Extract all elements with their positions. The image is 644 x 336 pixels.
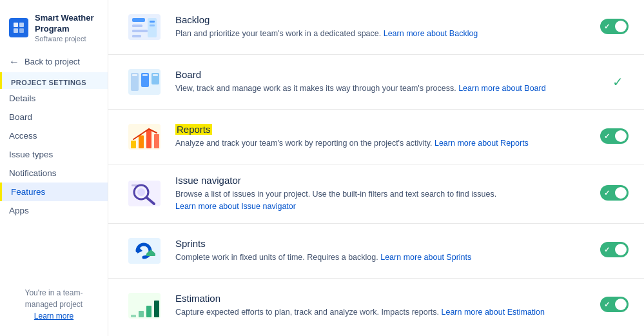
project-settings-section-label: Project settings xyxy=(0,72,108,89)
project-logo-icon xyxy=(9,18,28,37)
sidebar-footer: You're in a team-managed project Learn m… xyxy=(0,281,108,328)
board-checkmark: ✓ xyxy=(612,74,629,90)
svg-rect-35 xyxy=(139,311,144,317)
sidebar-item-notifications[interactable]: Notifications xyxy=(0,164,108,183)
svg-rect-28 xyxy=(132,184,141,186)
back-to-project-link[interactable]: ← Back to project xyxy=(0,52,108,72)
issue-navigator-learn-more-link[interactable]: Learn more about Issue navigator xyxy=(175,202,296,211)
reports-info: Reports Analyze and track your team's wo… xyxy=(175,124,590,150)
estimation-desc: Capture expected efforts to plan, track … xyxy=(175,306,590,319)
board-learn-more-link[interactable]: Learn more about Board xyxy=(458,84,546,93)
svg-rect-37 xyxy=(154,301,159,317)
sidebar-header: Smart Weather Program Software project xyxy=(0,8,108,52)
svg-rect-21 xyxy=(139,135,144,148)
back-arrow-icon: ← xyxy=(9,56,19,68)
toggle-knob xyxy=(615,130,627,142)
svg-rect-2 xyxy=(14,28,18,33)
backlog-info: Backlog Plan and prioritize your team's … xyxy=(175,14,590,40)
issue-navigator-icon xyxy=(124,177,165,210)
backlog-desc: Plan and prioritize your team's work in … xyxy=(175,28,590,40)
svg-rect-18 xyxy=(153,74,158,76)
issue-navigator-title: Issue navigator xyxy=(175,175,590,186)
svg-rect-1 xyxy=(19,23,24,27)
svg-rect-23 xyxy=(154,134,159,148)
svg-rect-32 xyxy=(146,253,155,256)
svg-rect-16 xyxy=(132,74,137,76)
board-desc: View, track and manage work as it makes … xyxy=(175,83,602,95)
issue-navigator-info: Issue navigator Browse a list of issues … xyxy=(175,175,590,213)
sprints-toggle[interactable]: ✓ xyxy=(600,242,629,259)
feature-item-reports: Reports Analyze and track your team's wo… xyxy=(108,110,644,164)
sidebar-item-access[interactable]: Access xyxy=(0,126,108,145)
svg-rect-3 xyxy=(19,28,24,33)
feature-item-issue-navigator: Issue navigator Browse a list of issues … xyxy=(108,164,644,224)
svg-rect-34 xyxy=(131,315,136,317)
backlog-title: Backlog xyxy=(175,14,590,25)
svg-rect-6 xyxy=(132,25,142,27)
sprints-desc: Complete work in fixed units of time. Re… xyxy=(175,252,590,264)
svg-point-27 xyxy=(137,188,145,196)
toggle-check-icon: ✓ xyxy=(604,246,610,254)
board-title: Board xyxy=(175,69,602,80)
sidebar-header-text: Smart Weather Program Software project xyxy=(35,13,99,43)
svg-rect-7 xyxy=(132,30,148,32)
sprints-icon xyxy=(124,234,165,268)
toggle-check-icon: ✓ xyxy=(604,301,610,309)
sprints-learn-more-link[interactable]: Learn more about Sprints xyxy=(380,253,471,262)
sidebar-item-apps[interactable]: Apps xyxy=(0,201,108,220)
sidebar-item-board[interactable]: Board xyxy=(0,108,108,126)
toggle-knob xyxy=(615,299,627,310)
svg-rect-11 xyxy=(150,25,155,26)
main-content: Backlog Plan and prioritize your team's … xyxy=(108,0,644,336)
toggle-knob xyxy=(615,244,627,255)
reports-title-highlighted: Reports xyxy=(175,124,212,135)
board-check-icon: ✓ xyxy=(612,75,623,89)
sprints-info: Sprints Complete work in fixed units of … xyxy=(175,238,590,264)
project-type: Software project xyxy=(35,35,99,43)
reports-learn-more-link[interactable]: Learn more about Reports xyxy=(434,139,529,148)
feature-item-estimation: Estimation Capture expected efforts to p… xyxy=(108,279,644,333)
reports-icon xyxy=(124,120,165,153)
estimation-icon xyxy=(124,289,165,322)
estimation-learn-more-link[interactable]: Learn more about Estimation xyxy=(441,308,545,317)
sidebar-item-features[interactable]: Features xyxy=(0,183,108,201)
backlog-toggle[interactable]: ✓ xyxy=(600,19,629,36)
reports-title: Reports xyxy=(175,124,590,135)
board-info: Board View, track and manage work as it … xyxy=(175,69,602,95)
learn-more-link[interactable]: Learn more xyxy=(9,310,99,322)
reports-desc: Analyze and track your team's work by re… xyxy=(175,137,590,150)
sidebar: Smart Weather Program Software project ←… xyxy=(0,0,108,336)
sidebar-item-details[interactable]: Details xyxy=(0,89,108,108)
svg-rect-36 xyxy=(146,306,151,317)
toggle-check-icon: ✓ xyxy=(604,188,610,197)
sprints-title: Sprints xyxy=(175,238,590,249)
backlog-icon xyxy=(124,10,165,44)
svg-rect-17 xyxy=(142,74,148,76)
feature-item-sprints: Sprints Complete work in fixed units of … xyxy=(108,224,644,279)
estimation-title: Estimation xyxy=(175,293,590,304)
feature-list: Backlog Plan and prioritize your team's … xyxy=(108,0,644,333)
svg-rect-20 xyxy=(131,141,136,148)
issue-navigator-desc: Browse a list of issues in your project.… xyxy=(175,188,590,213)
svg-rect-8 xyxy=(132,35,141,37)
board-icon xyxy=(124,65,165,99)
svg-rect-29 xyxy=(128,238,161,264)
feature-item-backlog: Backlog Plan and prioritize your team's … xyxy=(108,0,644,55)
svg-rect-22 xyxy=(146,130,151,148)
back-label: Back to project xyxy=(24,57,80,66)
backlog-learn-more-link[interactable]: Learn more about Backlog xyxy=(384,29,478,38)
sidebar-item-issue-types[interactable]: Issue types xyxy=(0,145,108,164)
toggle-knob xyxy=(615,187,627,199)
toggle-check-icon: ✓ xyxy=(604,22,610,30)
estimation-toggle[interactable]: ✓ xyxy=(600,297,629,314)
feature-item-board: Board View, track and manage work as it … xyxy=(108,55,644,110)
svg-rect-5 xyxy=(132,18,145,22)
svg-rect-10 xyxy=(150,21,155,23)
reports-toggle[interactable]: ✓ xyxy=(600,128,629,146)
project-name: Smart Weather Program xyxy=(35,13,99,35)
team-managed-label: You're in a team-managed project xyxy=(25,288,83,309)
estimation-info: Estimation Capture expected efforts to p… xyxy=(175,293,590,319)
toggle-check-icon: ✓ xyxy=(604,132,610,140)
issue-navigator-toggle[interactable]: ✓ xyxy=(600,185,629,203)
toggle-knob xyxy=(615,21,627,32)
